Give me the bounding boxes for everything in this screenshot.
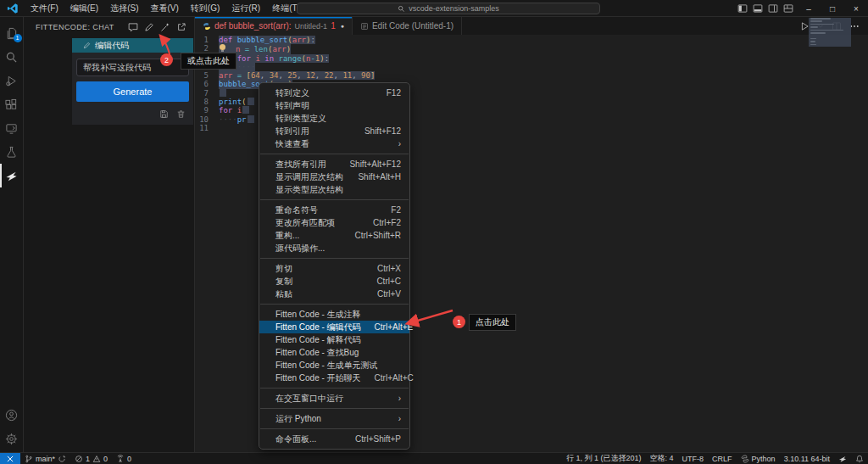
minimap[interactable] [810,18,857,49]
activity-bar-bottom [0,403,24,450]
context-menu-item[interactable]: 查找所有引用Shift+Alt+F12 [259,158,409,171]
menubar-item[interactable]: 运行(R) [225,0,266,16]
code-line[interactable]: 4········ [195,63,868,71]
minimize-button[interactable]: – [797,0,821,17]
toggle-sidebar-icon[interactable] [737,3,748,14]
problems-status[interactable]: 1 0 [70,453,112,464]
context-menu-item[interactable]: Fitten Code - 生成单元测试 [259,359,409,372]
generate-button[interactable]: Generate [76,81,189,102]
context-menu-item[interactable]: 粘贴Ctrl+V [259,288,409,300]
context-menu-item[interactable]: 快速查看› [259,137,409,150]
panel-title-actions [128,22,186,32]
context-menu-item[interactable]: Fitten Code - 开始聊天Ctrl+Alt+C [259,372,409,384]
context-menu-item[interactable]: 复制Ctrl+C [259,275,409,288]
edit-pencil-icon[interactable] [144,22,154,32]
indentation-status[interactable]: 空格: 4 [646,453,678,464]
context-menu-item[interactable]: 转到定义F12 [259,87,409,99]
toggle-panel-icon[interactable] [753,3,763,14]
remote-indicator[interactable] [0,453,20,464]
extensions-icon[interactable] [0,92,24,116]
settings-gear-icon[interactable] [0,427,24,450]
line-number: 5 [195,71,219,80]
lightbulb-icon[interactable] [219,44,236,52]
menu-separator [260,304,409,305]
eol-status[interactable]: CRLF [708,453,737,464]
menubar-item[interactable]: 编辑(E) [64,0,104,16]
code-line[interactable]: 5arr = [64, 34, 25, 12, 22, 11, 90] [195,71,868,80]
context-menu-item[interactable]: 命令面板...Ctrl+Shift+P [259,433,409,445]
status-bar: main* 1 0 0 行 1, 列 1 (已选择201) 空格: 4 UTF-… [0,452,868,464]
line-number: 9 [195,106,219,115]
ports-status[interactable]: 0 [112,453,136,464]
fitten-status[interactable] [834,453,851,464]
menu-item-shortcut: Shift+F12 [364,126,401,136]
menu-item-label: Fitten Code - 解释代码 [275,334,401,346]
language-mode[interactable]: Python [737,453,780,464]
magic-wand-icon[interactable] [160,22,170,32]
testing-icon[interactable] [0,140,24,164]
menu-item-label: 重构... [275,230,342,242]
code-line[interactable]: 2n = len(arr) [195,44,868,53]
context-menu-item[interactable]: 重构...Ctrl+Shift+R [259,229,409,242]
context-menu-item[interactable]: 更改所有匹配项Ctrl+F2 [259,216,409,229]
context-menu-item[interactable]: 显示调用层次结构Shift+Alt+H [259,171,409,183]
tab-error-count: 1 [331,21,336,31]
menu-item-shortcut: Ctrl+C [376,277,401,286]
code-line[interactable]: 3····for i in range(n-1): [195,54,868,63]
encoding-status[interactable]: UTF-8 [678,453,709,464]
step-1-badge: 1 [453,316,465,328]
cursor-position[interactable]: 行 1, 列 1 (已选择201) [562,453,646,464]
tab-edit-code[interactable]: Edit Code (Untitled-1) [353,17,462,35]
context-menu-item[interactable]: 重命名符号F2 [259,204,409,216]
code-token: 64 [251,71,260,80]
modified-dot-icon[interactable]: ● [341,23,344,29]
bell-icon [855,455,864,463]
context-menu-item[interactable]: Fitten Code - 查找Bug [259,346,409,359]
comment-icon[interactable] [128,22,138,32]
context-menu-item[interactable]: 源代码操作... [259,242,409,254]
save-icon[interactable] [159,109,169,119]
menu-item-label: Fitten Code - 生成单元测试 [275,360,401,372]
maximize-button[interactable]: □ [821,0,844,17]
account-icon[interactable] [0,403,24,427]
context-menu-item[interactable]: 在交互窗口中运行› [259,392,409,405]
code-token: bubble_sort [237,36,288,44]
menubar-item[interactable]: 文件(F) [25,0,64,16]
tab-bar: def bubble_sort(arr): Untitled-1 1 ● Edi… [195,17,868,35]
remote-explorer-icon[interactable] [0,116,24,140]
tab-untitled-1[interactable]: def bubble_sort(arr): Untitled-1 1 ● [195,17,353,35]
run-debug-icon[interactable] [0,69,24,92]
menubar-item[interactable]: 查看(V) [144,0,184,16]
menu-item-shortcut: F12 [387,88,401,98]
menubar-item[interactable]: 选择(S) [104,0,144,16]
menu-item-label: Fitten Code - 查找Bug [275,347,401,359]
fitten-code-icon[interactable] [0,164,24,187]
minimap-line [810,41,815,42]
trash-icon[interactable] [176,109,186,119]
menubar-item[interactable]: 转到(G) [185,0,225,16]
context-menu-item[interactable]: 转到声明 [259,99,409,112]
context-menu-item[interactable]: 剪切Ctrl+X [259,262,409,275]
open-in-editor-icon[interactable] [176,22,186,32]
line-number: 7 [195,89,219,98]
code-token: , [352,71,361,80]
git-branch-status[interactable]: main* [20,453,70,464]
customize-layout-icon[interactable] [783,3,793,14]
toggle-secondary-sidebar-icon[interactable] [768,3,778,14]
code-line-text: ····pr [219,115,254,124]
context-menu-item[interactable]: 转到引用Shift+F12 [259,125,409,137]
search-icon[interactable] [0,45,24,69]
notifications[interactable] [851,453,868,464]
command-center-search[interactable]: vscode-extension-samples [297,3,600,14]
context-menu-item[interactable]: Fitten Code - 编辑代码Ctrl+Alt+E [259,321,409,333]
context-menu-item[interactable]: 显示类型层次结构 [259,183,409,196]
explorer-icon[interactable]: 1 [0,21,24,45]
context-menu-item[interactable]: 转到类型定义 [259,112,409,125]
code-line[interactable]: 1def bubble_sort(arr): [195,36,868,44]
context-menu-item[interactable]: 运行 Python› [259,412,409,425]
close-button[interactable]: × [844,0,868,17]
context-menu-item[interactable]: Fitten Code - 生成注释 [259,308,409,321]
context-menu-item[interactable]: Fitten Code - 解释代码 [259,333,409,346]
menu-item-shortcut: Ctrl+F2 [373,218,401,227]
python-interpreter[interactable]: 3.10.11 64-bit [780,453,834,464]
